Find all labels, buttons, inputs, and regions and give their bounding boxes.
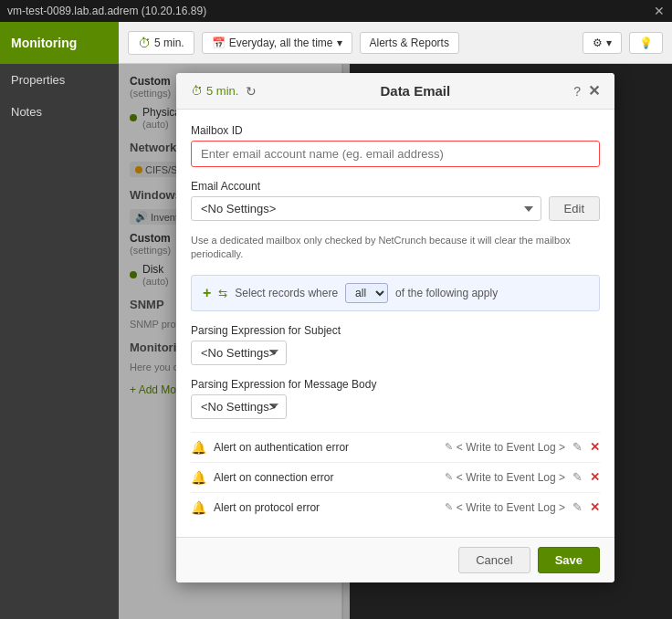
alert-action: ✎ < Write to Event Log > (445, 501, 565, 514)
topbar: ⏱ 5 min. 📅 Everyday, all the time ▾ Aler… (119, 22, 672, 64)
alert-edit-button[interactable]: ✎ (572, 470, 583, 484)
alert-action-text: < Write to Event Log > (457, 471, 565, 484)
modal-header-right: ? ✕ (573, 82, 600, 100)
sidebar-item-properties[interactable]: Properties (0, 64, 119, 96)
modal-timer-icon: ⏱ (191, 84, 203, 98)
sidebar-item-notes[interactable]: Notes (0, 96, 119, 128)
alert-name: Alert on connection error (214, 471, 437, 484)
schedule-button[interactable]: 📅 Everyday, all the time ▾ (202, 32, 352, 54)
alert-name: Alert on protocol error (214, 501, 437, 514)
gear-button[interactable]: ⚙ ▾ (583, 32, 622, 54)
top-content: ⏱ 5 min. 📅 Everyday, all the time ▾ Aler… (119, 22, 672, 619)
alert-action-text: < Write to Event Log > (457, 441, 565, 454)
mailbox-id-label: Mailbox ID (191, 124, 600, 137)
titlebar-text: vm-test-0089.lab.ad.adrem (10.20.16.89) (7, 5, 206, 17)
topbar-right: ⚙ ▾ 💡 (583, 32, 663, 54)
timer-label: 5 min. (154, 37, 184, 49)
email-account-row: <No Settings> Edit (191, 196, 600, 221)
titlebar-close-button[interactable]: ✕ (654, 4, 665, 18)
modal-body: Mailbox ID Email Account <No Settings> E… (176, 110, 614, 537)
mailbox-id-group: Mailbox ID (191, 124, 600, 167)
schedule-label: Everyday, all the time (229, 37, 333, 49)
parsing-subject-label: Parsing Expression for Subject (191, 324, 600, 337)
timer-icon: ⏱ (138, 36, 151, 50)
email-account-label: Email Account (191, 180, 600, 193)
titlebar: vm-test-0089.lab.ad.adrem (10.20.16.89) … (0, 0, 672, 22)
alert-delete-button[interactable]: ✕ (590, 470, 600, 484)
save-button[interactable]: Save (538, 547, 600, 573)
modal-refresh-button[interactable]: ↻ (246, 84, 257, 99)
hint-text: Use a dedicated mailbox only checked by … (191, 234, 600, 262)
gear-dropdown: ▾ (606, 37, 612, 49)
modal-help-button[interactable]: ? (573, 84, 581, 99)
parsing-body-select[interactable]: <No Settings> (191, 394, 287, 419)
filter-section: + ⇆ Select records where all of the foll… (191, 275, 600, 311)
filter-icon: ⇆ (218, 287, 227, 299)
alert-icon: 🔔 (191, 470, 206, 485)
modal-overlay: ⏱ 5 min. ↻ Data Email ? ✕ (119, 64, 672, 619)
alert-name: Alert on authentication error (214, 441, 437, 454)
cancel-button[interactable]: Cancel (458, 547, 530, 573)
alert-action-edit-icon: ✎ (445, 441, 453, 453)
alert-row: 🔔 Alert on connection error ✎ < Write to… (191, 462, 600, 492)
email-account-select[interactable]: <No Settings> (191, 196, 541, 221)
alerts-list: 🔔 Alert on authentication error ✎ < Writ… (191, 432, 600, 522)
parsing-body-group: Parsing Expression for Message Body <No … (191, 378, 600, 419)
modal-title: Data Email (257, 83, 573, 99)
calendar-icon: 📅 (212, 37, 226, 49)
alert-delete-button[interactable]: ✕ (590, 500, 600, 514)
main-area: Custom (settings) Physical Seg... (auto)… (119, 64, 672, 619)
alert-action-edit-icon: ✎ (445, 471, 453, 483)
alert-action: ✎ < Write to Event Log > (445, 471, 565, 484)
mailbox-id-input[interactable] (191, 141, 600, 167)
alert-row: 🔔 Alert on protocol error ✎ < Write to E… (191, 492, 600, 522)
alert-action-text: < Write to Event Log > (457, 501, 565, 514)
alert-icon: 🔔 (191, 500, 206, 515)
data-email-modal: ⏱ 5 min. ↻ Data Email ? ✕ (176, 73, 614, 582)
app-layout: Monitoring Properties Notes ⏱ 5 min. 📅 E… (0, 22, 672, 619)
alert-edit-button[interactable]: ✎ (572, 440, 583, 454)
schedule-dropdown-icon: ▾ (337, 37, 342, 49)
alert-delete-button[interactable]: ✕ (590, 440, 600, 454)
alerts-reports-button[interactable]: Alerts & Reports (360, 32, 459, 54)
filter-add-button[interactable]: + (203, 285, 211, 301)
modal-close-button[interactable]: ✕ (588, 82, 600, 100)
email-edit-button[interactable]: Edit (549, 196, 600, 221)
filter-condition-select[interactable]: all (345, 283, 388, 303)
modal-timer: ⏱ 5 min. (191, 84, 238, 98)
alert-action: ✎ < Write to Event Log > (445, 441, 565, 454)
email-account-group: Email Account <No Settings> Edit (191, 180, 600, 221)
alert-icon: 🔔 (191, 440, 206, 455)
timer-button[interactable]: ⏱ 5 min. (128, 31, 194, 55)
modal-header: ⏱ 5 min. ↻ Data Email ? ✕ (176, 73, 614, 110)
alert-edit-button[interactable]: ✎ (572, 500, 583, 514)
light-icon: 💡 (639, 37, 653, 49)
filter-header: + ⇆ Select records where all of the foll… (203, 283, 588, 303)
modal-header-left: ⏱ 5 min. ↻ (191, 84, 257, 99)
sidebar-header: Monitoring (0, 22, 119, 64)
light-button[interactable]: 💡 (629, 32, 663, 54)
parsing-subject-group: Parsing Expression for Subject <No Setti… (191, 324, 600, 365)
parsing-subject-select[interactable]: <No Settings> (191, 341, 287, 365)
filter-select-label: Select records where (235, 287, 338, 299)
parsing-body-label: Parsing Expression for Message Body (191, 378, 600, 391)
alert-row: 🔔 Alert on authentication error ✎ < Writ… (191, 432, 600, 462)
alerts-label: Alerts & Reports (370, 37, 449, 49)
sidebar: Monitoring Properties Notes (0, 22, 119, 619)
modal-footer: Cancel Save (176, 537, 614, 582)
filter-suffix: of the following apply (395, 287, 498, 299)
gear-icon: ⚙ (593, 37, 603, 49)
alert-action-edit-icon: ✎ (445, 501, 453, 513)
